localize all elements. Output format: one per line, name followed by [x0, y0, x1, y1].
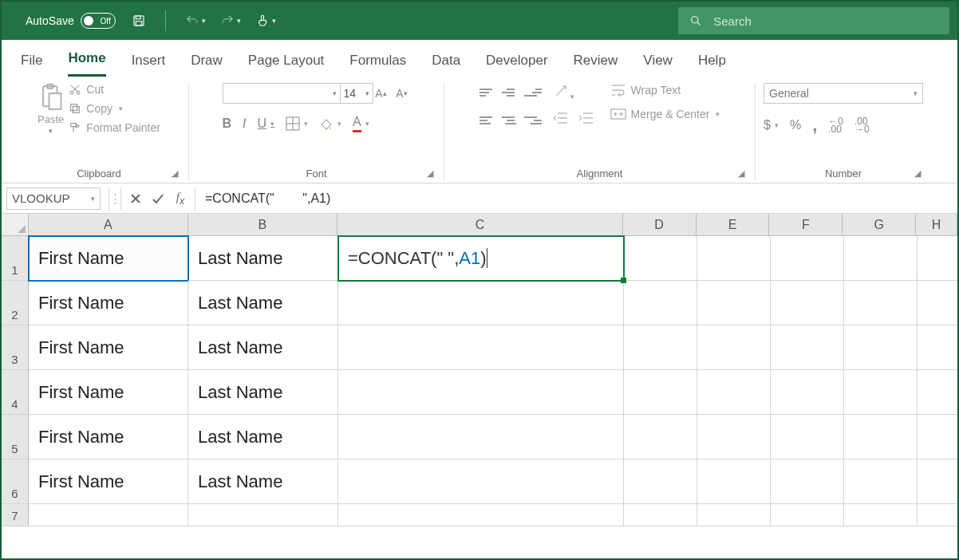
tab-formulas[interactable]: Formulas — [349, 53, 406, 77]
cell-E4[interactable] — [697, 370, 771, 415]
fill-color-button[interactable]: ▾ — [319, 116, 341, 131]
cell-D2[interactable] — [624, 281, 697, 325]
search-input[interactable] — [713, 14, 938, 28]
font-name-input[interactable] — [223, 83, 342, 104]
cell-F6[interactable] — [771, 459, 844, 504]
cell-G6[interactable] — [844, 459, 918, 504]
align-left-icon[interactable] — [480, 112, 497, 129]
select-all-button[interactable] — [2, 214, 29, 235]
cell-B5[interactable]: Last Name — [188, 415, 338, 459]
cell-E7[interactable] — [697, 504, 771, 526]
col-header-A[interactable]: A — [29, 214, 188, 235]
comma-button[interactable]: , — [812, 115, 817, 136]
increase-font-icon[interactable]: A▴ — [373, 85, 390, 102]
cell-E3[interactable] — [697, 325, 771, 370]
cell-E1[interactable] — [697, 236, 771, 281]
align-top-icon[interactable] — [480, 84, 497, 101]
cell-F5[interactable] — [771, 415, 844, 459]
cell-A4[interactable]: First Name — [29, 370, 188, 415]
increase-decimal-icon[interactable]: ←0.00 — [828, 117, 843, 133]
number-launcher-icon[interactable]: ◢ — [912, 168, 923, 179]
tab-file[interactable]: File — [21, 53, 42, 77]
tab-draw[interactable]: Draw — [191, 53, 223, 77]
decrease-font-icon[interactable]: A▾ — [393, 85, 411, 102]
tab-developer[interactable]: Developer — [486, 53, 548, 77]
cell-C3[interactable] — [338, 325, 624, 370]
increase-indent-icon[interactable] — [578, 112, 598, 129]
cell-E6[interactable] — [697, 459, 771, 504]
row-header[interactable]: 7 — [2, 504, 29, 526]
cell-H5[interactable] — [918, 415, 959, 459]
tab-home[interactable]: Home — [68, 50, 105, 77]
decrease-decimal-icon[interactable]: .00→0 — [854, 117, 870, 133]
redo-icon[interactable]: ▾ — [220, 14, 241, 28]
enter-formula-icon[interactable] — [147, 187, 169, 210]
copy-button[interactable]: Copy▾ — [69, 102, 160, 115]
cell-D1[interactable] — [624, 236, 697, 281]
cell-G5[interactable] — [844, 415, 918, 459]
cell-D3[interactable] — [624, 325, 697, 370]
col-header-D[interactable]: D — [623, 214, 697, 235]
toggle-switch[interactable]: Off — [81, 13, 116, 29]
bold-button[interactable]: B — [223, 116, 232, 131]
cell-D7[interactable] — [624, 504, 697, 526]
col-header-B[interactable]: B — [188, 214, 338, 235]
cell-G3[interactable] — [844, 325, 918, 370]
cell-B6[interactable]: Last Name — [188, 459, 338, 504]
cell-A3[interactable]: First Name — [29, 325, 188, 370]
cut-button[interactable]: Cut — [69, 83, 160, 96]
cell-C5[interactable] — [338, 415, 624, 459]
cell-D5[interactable] — [624, 415, 697, 459]
tab-help[interactable]: Help — [698, 53, 726, 77]
cell-C6[interactable] — [338, 459, 624, 504]
cell-G7[interactable] — [844, 504, 918, 526]
decrease-indent-icon[interactable] — [553, 112, 572, 129]
name-box[interactable]: VLOOKUP ▾ — [6, 187, 101, 210]
cell-B4[interactable]: Last Name — [188, 370, 338, 415]
tab-view[interactable]: View — [643, 53, 673, 77]
format-painter-button[interactable]: Format Painter — [69, 121, 160, 134]
align-middle-icon[interactable] — [502, 84, 519, 101]
row-header[interactable]: 2 — [2, 281, 29, 325]
cell-A5[interactable]: First Name — [29, 415, 188, 459]
merge-center-button[interactable]: Merge & Center▾ — [610, 107, 720, 121]
cell-G4[interactable] — [844, 370, 918, 415]
row-header[interactable]: 5 — [2, 415, 29, 459]
cell-F1[interactable] — [771, 236, 844, 281]
cell-H1[interactable] — [918, 236, 959, 281]
row-header[interactable]: 1 — [2, 236, 29, 281]
currency-button[interactable]: $▾ — [764, 118, 779, 132]
cancel-formula-icon[interactable] — [124, 187, 147, 210]
font-launcher-icon[interactable]: ◢ — [424, 168, 436, 179]
row-header[interactable]: 6 — [2, 459, 29, 504]
row-header[interactable]: 4 — [2, 370, 29, 415]
cell-A1[interactable]: First Name — [29, 236, 188, 281]
cell-G2[interactable] — [844, 281, 918, 325]
align-bottom-icon[interactable] — [524, 84, 542, 101]
cell-D4[interactable] — [624, 370, 697, 415]
cell-E2[interactable] — [697, 281, 771, 325]
cell-D6[interactable] — [624, 459, 697, 504]
tab-review[interactable]: Review — [574, 53, 618, 77]
insert-function-icon[interactable]: fx — [169, 187, 191, 210]
cell-B1[interactable]: Last Name — [188, 236, 338, 281]
cell-F7[interactable] — [771, 504, 844, 526]
col-header-H[interactable]: H — [916, 214, 957, 235]
alignment-launcher-icon[interactable]: ◢ — [736, 168, 747, 179]
col-header-C[interactable]: C — [337, 214, 622, 235]
cell-C4[interactable] — [338, 370, 624, 415]
cell-B3[interactable]: Last Name — [188, 325, 338, 370]
cell-G1[interactable] — [844, 236, 918, 281]
cell-H3[interactable] — [918, 325, 959, 370]
undo-icon[interactable]: ▾ — [185, 14, 206, 28]
cell-F4[interactable] — [771, 370, 844, 415]
borders-button[interactable]: ▾ — [286, 116, 308, 131]
col-header-E[interactable]: E — [697, 214, 770, 235]
touch-mode-icon[interactable]: ▾ — [255, 14, 276, 28]
tab-insert[interactable]: Insert — [132, 53, 166, 77]
col-header-F[interactable]: F — [769, 214, 843, 235]
tab-page-layout[interactable]: Page Layout — [248, 53, 324, 77]
cell-A2[interactable]: First Name — [29, 281, 188, 325]
cell-C7[interactable] — [338, 504, 624, 526]
tab-data[interactable]: Data — [432, 53, 460, 77]
